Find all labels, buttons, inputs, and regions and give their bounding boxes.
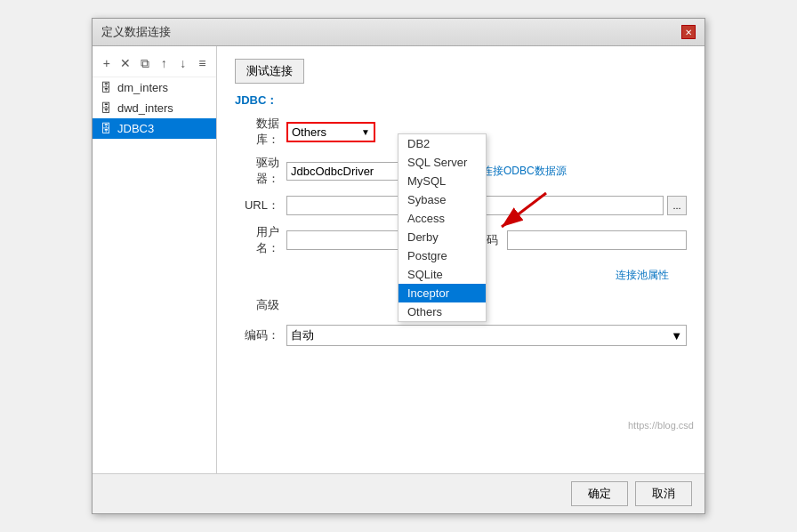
- driver-label: 驱动器：: [235, 155, 286, 187]
- driver-select-value: JdbcOdbcDriver: [291, 165, 374, 178]
- encoding-label: 编码：: [235, 327, 286, 343]
- pool-link[interactable]: 连接池属性: [616, 269, 669, 281]
- copy-button[interactable]: ⧉: [136, 53, 154, 73]
- sidebar-toolbar: + ✕ ⧉ ↑ ↓ ≡: [93, 50, 216, 77]
- dropdown-item-mysql[interactable]: MySQL: [398, 172, 486, 190]
- bottom-bar: 确定 取消: [93, 473, 704, 513]
- close-button[interactable]: ✕: [681, 25, 696, 39]
- db-select[interactable]: Others ▼: [286, 122, 375, 142]
- main-panel: 测试连接 JDBC： 数据库： Others ▼ 驱动器： JdbcOdbcDr…: [217, 46, 704, 473]
- driver-control: JdbcOdbcDriver ▼ 如何连接ODBC数据源: [286, 162, 687, 181]
- db-label: 数据库：: [235, 116, 286, 148]
- title-bar: 定义数据连接 ✕: [93, 19, 704, 46]
- db-select-value: Others: [292, 125, 356, 139]
- jdbc-section-label: JDBC：: [235, 93, 687, 109]
- test-connect-button[interactable]: 测试连接: [235, 59, 304, 84]
- url-control: ...: [286, 196, 687, 215]
- dropdown-item-postgre[interactable]: Postgre: [398, 246, 486, 265]
- content-area: + ✕ ⧉ ↑ ↓ ≡ 🗄 dm_inters 🗄 dwd_inters 🗄 J…: [93, 46, 704, 473]
- watermark: https://blog.csd: [628, 420, 694, 431]
- down-button[interactable]: ↓: [174, 53, 192, 73]
- ok-button[interactable]: 确定: [571, 481, 628, 506]
- db-control: Others ▼: [286, 122, 687, 142]
- dropdown-item-sybase[interactable]: Sybase: [398, 190, 486, 209]
- encoding-control: 自动 ▼: [286, 325, 687, 346]
- encoding-select-arrow-icon: ▼: [671, 329, 682, 343]
- dropdown-item-others[interactable]: Others: [398, 302, 486, 321]
- sidebar-item-jdbc3[interactable]: 🗄 JDBC3: [93, 118, 216, 139]
- sidebar-item-label: dm_inters: [117, 81, 168, 94]
- window-title: 定义数据连接: [101, 24, 171, 40]
- sidebar-item-label: dwd_inters: [117, 101, 173, 115]
- delete-button[interactable]: ✕: [117, 53, 135, 73]
- add-button[interactable]: +: [98, 53, 116, 73]
- url-label: URL：: [235, 197, 286, 214]
- sidebar-item-dm-inters[interactable]: 🗄 dm_inters: [93, 77, 216, 98]
- sidebar-item-label: JDBC3: [117, 122, 154, 135]
- encoding-row: 编码： 自动 ▼: [235, 324, 687, 347]
- encoding-select-value: 自动: [291, 327, 314, 343]
- dropdown-item-db2[interactable]: DB2: [398, 134, 486, 153]
- user-control: 密码: [286, 230, 687, 250]
- dropdown-item-derby[interactable]: Derby: [398, 228, 486, 246]
- cancel-button[interactable]: 取消: [635, 481, 692, 506]
- menu-button[interactable]: ≡: [194, 53, 212, 73]
- sidebar: + ✕ ⧉ ↑ ↓ ≡ 🗄 dm_inters 🗄 dwd_inters 🗄 J…: [93, 46, 217, 473]
- db-icon: 🗄: [100, 82, 112, 94]
- url-browse-button[interactable]: ...: [667, 196, 687, 215]
- up-button[interactable]: ↑: [156, 53, 173, 73]
- db-select-arrow-icon: ▼: [361, 127, 370, 137]
- dropdown-item-sqlserver[interactable]: SQL Server: [398, 153, 486, 172]
- db-icon: 🗄: [100, 123, 112, 135]
- advanced-label: 高级: [235, 297, 286, 313]
- encoding-select[interactable]: 自动 ▼: [286, 325, 687, 346]
- db-icon: 🗄: [100, 102, 112, 115]
- main-window: 定义数据连接 ✕ + ✕ ⧉ ↑ ↓ ≡ 🗄 dm_inters 🗄 dwd_i…: [92, 18, 705, 514]
- dropdown-item-access[interactable]: Access: [398, 209, 486, 228]
- pool-control: 连接池属性: [286, 268, 687, 283]
- user-label: 用户名：: [235, 224, 286, 256]
- sidebar-item-dwd-inters[interactable]: 🗄 dwd_inters: [93, 98, 216, 118]
- dropdown-item-sqlite[interactable]: SQLite: [398, 265, 486, 284]
- dropdown-item-inceptor[interactable]: Inceptor: [398, 284, 486, 302]
- password-input[interactable]: [507, 230, 687, 250]
- db-dropdown-menu: DB2 SQL Server MySQL Sybase Access Derby…: [398, 133, 487, 322]
